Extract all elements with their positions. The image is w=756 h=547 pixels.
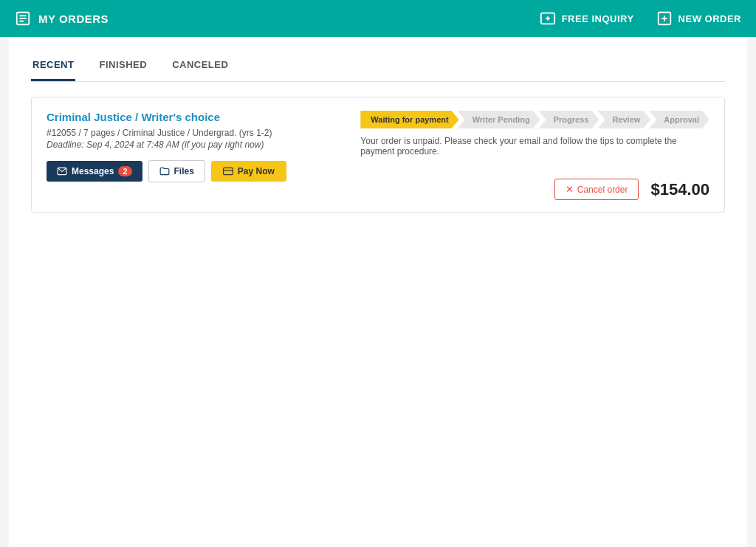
envelope-icon [57, 166, 67, 176]
x-icon: ✕ [566, 184, 574, 195]
order-progress: Waiting for payment Writer Pending Progr… [346, 111, 709, 200]
step-waiting: Waiting for payment [360, 111, 458, 128]
order-action-buttons: Messages 2 Files Pay No [47, 160, 346, 182]
step-waiting-label: Waiting for payment [360, 111, 458, 128]
order-top-row: Criminal Justice / Writer's choice #1205… [47, 111, 709, 200]
new-order-button[interactable]: NEW ORDER [656, 10, 741, 27]
svg-rect-9 [223, 168, 233, 174]
step-progress: Progress [539, 111, 599, 128]
header-title: MY ORDERS [38, 13, 109, 25]
tab-canceled[interactable]: CANCELED [171, 52, 230, 81]
order-title: Criminal Justice / Writer's choice [47, 111, 346, 123]
header: MY ORDERS FREE INQUIRY NEW ORDER [0, 0, 756, 37]
folder-icon [159, 166, 170, 176]
header-actions: FREE INQUIRY NEW ORDER [540, 10, 741, 27]
orders-icon [15, 10, 31, 27]
cancel-order-button[interactable]: ✕ Cancel order [554, 179, 639, 200]
card-bottom-right: ✕ Cancel order $154.00 [360, 179, 709, 200]
step-writer-pending-label: Writer Pending [458, 111, 540, 128]
order-price: $154.00 [650, 180, 709, 199]
order-meta: #12055 / 7 pages / Criminal Justice / Un… [47, 128, 346, 138]
progress-steps: Waiting for payment Writer Pending Progr… [360, 111, 709, 128]
order-deadline: Deadline: Sep 4, 2024 at 7:48 AM (if you… [47, 140, 346, 150]
pay-now-button[interactable]: Pay Now [211, 161, 286, 182]
step-review: Review [597, 111, 650, 128]
order-card: Criminal Justice / Writer's choice #1205… [31, 97, 725, 213]
new-order-icon [656, 10, 673, 27]
step-review-label: Review [597, 111, 650, 128]
step-approval-label: Approval [649, 111, 709, 128]
inquiry-icon [540, 10, 556, 27]
main-content: RECENT FINISHED CANCELED Criminal Justic… [9, 37, 747, 547]
logo-area: MY ORDERS [15, 10, 109, 27]
step-approval: Approval [649, 111, 709, 128]
step-writer-pending: Writer Pending [458, 111, 540, 128]
order-info: Criminal Justice / Writer's choice #1205… [47, 111, 346, 182]
payment-icon [223, 166, 233, 176]
messages-button[interactable]: Messages 2 [47, 161, 142, 182]
files-button[interactable]: Files [148, 160, 205, 182]
tabs-nav: RECENT FINISHED CANCELED [31, 52, 725, 82]
messages-badge: 2 [118, 166, 131, 176]
tab-finished[interactable]: FINISHED [97, 52, 148, 81]
step-progress-label: Progress [539, 111, 599, 128]
tab-recent[interactable]: RECENT [31, 52, 75, 81]
order-status-message: Your order is unpaid. Please check your … [360, 136, 709, 156]
free-inquiry-button[interactable]: FREE INQUIRY [540, 10, 634, 27]
